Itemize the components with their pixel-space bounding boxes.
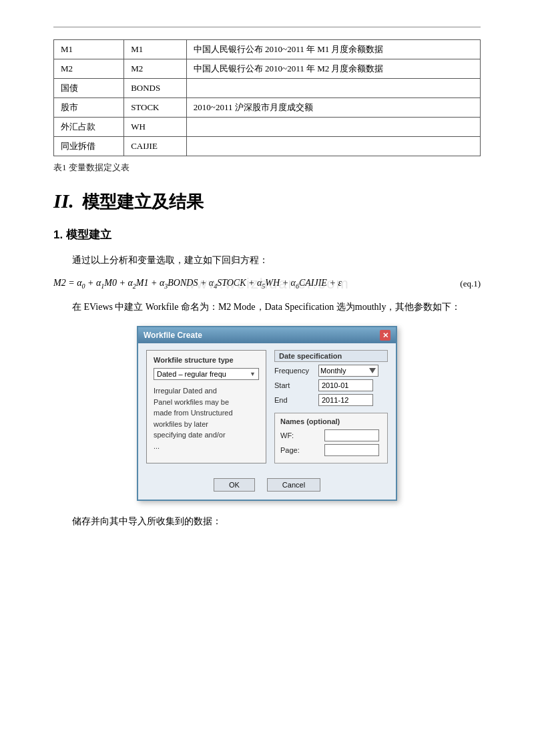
dialog-body: Workfile structure type Dated – regular …	[138, 343, 396, 473]
frequency-select[interactable]: Monthly	[318, 365, 378, 377]
paragraph-2: 在 EViews 中建立 Workfile 命名为：M2 Mode，Data S…	[53, 299, 481, 315]
table-cell-col3: 2010~2011 沪深股市月度成交额	[186, 98, 480, 118]
dropdown-arrow-icon: ▼	[250, 371, 256, 377]
dialog-wrap: Workfile Create ✕ Workfile structure typ…	[53, 326, 481, 501]
table-cell-col3	[186, 137, 480, 156]
table-row: 股市STOCK2010~2011 沪深股市月度成交额	[54, 98, 481, 118]
dialog-description-text: Irregular Dated andPanel workfiles may b…	[154, 385, 259, 451]
table-cell-col2: M1	[124, 40, 187, 59]
frequency-label: Frequency	[274, 367, 316, 375]
subsection-number: 1.	[53, 228, 63, 241]
variable-definition-table: M1M1中国人民银行公布 2010~2011 年 M1 月度余额数据M2M2中国…	[53, 39, 481, 156]
table-cell-col2: STOCK	[124, 98, 187, 118]
start-input[interactable]	[318, 379, 373, 391]
start-row: Start	[274, 379, 388, 391]
table-cell-col2: M2	[124, 59, 187, 79]
subsection-title: 模型建立	[66, 228, 111, 241]
wf-label: WF:	[280, 431, 322, 439]
table-caption: 表1 变量数据定义表	[53, 162, 481, 174]
page-row: Page:	[280, 444, 382, 456]
subsection-1-heading: 1. 模型建立	[53, 227, 481, 242]
table-cell-col1: 股市	[54, 98, 124, 118]
table-cell-col2: CAIJIE	[124, 137, 187, 156]
workfile-structure-dropdown[interactable]: Dated – regular frequ ▼	[154, 368, 259, 380]
dialog-footer: OK Cancel	[138, 473, 396, 500]
workfile-structure-type-label: Workfile structure type	[154, 356, 259, 364]
table-row: 同业拆借CAIJIE	[54, 137, 481, 156]
paragraph-1: 通过以上分析和变量选取，建立如下回归方程：	[53, 252, 481, 268]
table-cell-col1: 国债	[54, 79, 124, 98]
dialog-close-button[interactable]: ✕	[380, 330, 390, 341]
end-input[interactable]	[318, 394, 373, 406]
paragraph-3: 储存并向其中导入所收集到的数据：	[53, 513, 481, 530]
wf-row: WF:	[280, 429, 382, 441]
equation-number: (eq.1)	[453, 276, 481, 291]
top-separator	[53, 27, 481, 27]
table-cell-col3	[186, 118, 480, 137]
section-title-cn: 模型建立及结果	[82, 190, 204, 214]
date-specification-group: Date specification Frequency Monthly Sta…	[274, 350, 388, 409]
end-label: End	[274, 396, 316, 404]
dialog-title: Workfile Create	[144, 331, 202, 340]
section-roman-numeral: II.	[53, 190, 74, 212]
table-cell-col2: BONDS	[124, 79, 187, 98]
ok-button[interactable]: OK	[214, 478, 255, 492]
table-cell-col1: 外汇占款	[54, 118, 124, 137]
table-cell-col1: M2	[54, 59, 124, 79]
page-input[interactable]	[324, 444, 379, 456]
table-row: M2M2中国人民银行公布 2010~2011 年 M2 月度余额数据	[54, 59, 481, 79]
frequency-row: Frequency Monthly	[274, 365, 388, 377]
end-row: End	[274, 394, 388, 406]
dialog-right-panel: Date specification Frequency Monthly Sta…	[274, 350, 388, 463]
table-cell-col2: WH	[124, 118, 187, 137]
wf-input[interactable]	[324, 429, 379, 441]
section-ii-heading: II. 模型建立及结果	[53, 190, 481, 214]
table-cell-col1: M1	[54, 40, 124, 59]
date-specification-label: Date specification	[274, 350, 388, 362]
page-label: Page:	[280, 446, 322, 454]
workfile-create-dialog: Workfile Create ✕ Workfile structure typ…	[137, 326, 397, 501]
table-row: M1M1中国人民银行公布 2010~2011 年 M1 月度余额数据	[54, 40, 481, 59]
cancel-button[interactable]: Cancel	[267, 478, 320, 492]
table-cell-col3	[186, 79, 480, 98]
table-row: 国债BONDS	[54, 79, 481, 98]
workfile-structure-value: Dated – regular frequ	[157, 370, 226, 378]
table-row: 外汇占款WH	[54, 118, 481, 137]
start-label: Start	[274, 381, 316, 389]
names-optional-group: Names (optional) WF: Page:	[274, 413, 388, 463]
dialog-titlebar: Workfile Create ✕	[138, 327, 396, 343]
table-cell-col1: 同业拆借	[54, 137, 124, 156]
table-cell-col3: 中国人民银行公布 2010~2011 年 M1 月度余额数据	[186, 40, 480, 59]
equation-text: M2 = α0 + α1M0 + α2M1 + α3BONDS + α4STOC…	[53, 275, 453, 292]
table-cell-col3: 中国人民银行公布 2010~2011 年 M2 月度余额数据	[186, 59, 480, 79]
equation-container: M2 = α0 + α1M0 + α2M1 + α3BONDS + α4STOC…	[53, 275, 481, 292]
names-optional-label: Names (optional)	[280, 417, 382, 425]
dialog-left-panel: Workfile structure type Dated – regular …	[146, 350, 266, 463]
